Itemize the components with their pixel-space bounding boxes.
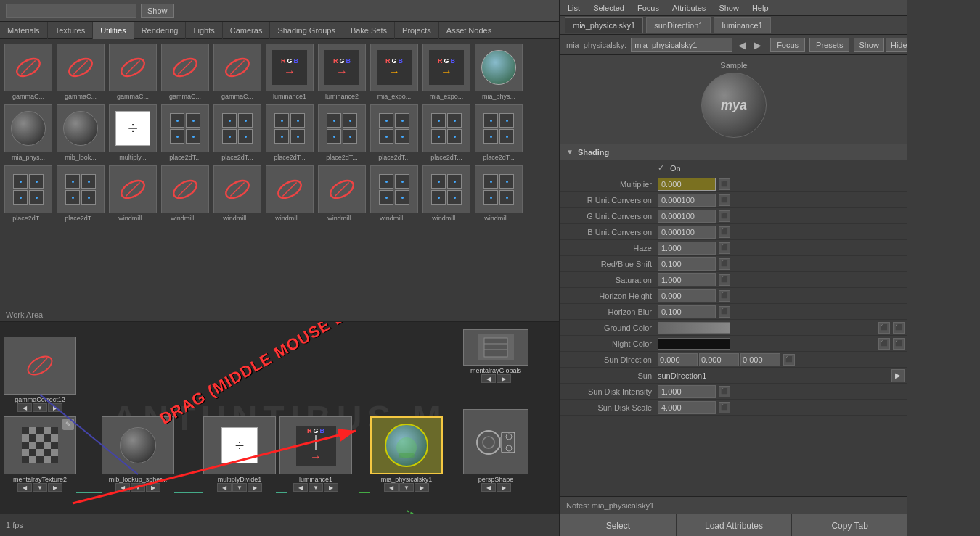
node-btn-right[interactable]: ▶: [48, 483, 62, 492]
attr-icon-g-unit[interactable]: ⬛: [719, 210, 730, 222]
node-btn-right[interactable]: ▶: [497, 483, 511, 492]
node-btn-left[interactable]: ◀: [293, 483, 308, 492]
thumbnail-item-12[interactable]: ÷multiply...: [107, 103, 158, 162]
node-gammacorrect12[interactable]: gammaCorrect12 ◀ ▼ ▶: [4, 337, 76, 412]
thumbnail-item-26[interactable]: windmill...: [317, 164, 367, 223]
node-tab-sun-direction1[interactable]: sunDirection1: [646, 17, 711, 33]
tab-shading-groups[interactable]: Shading Groups: [270, 22, 343, 39]
thumbnail-item-19[interactable]: place2dT...: [473, 103, 524, 162]
attr-input-saturation[interactable]: [658, 273, 716, 286]
attr-icon-b-unit[interactable]: ⬛: [719, 226, 730, 238]
node-btn-left[interactable]: ◀: [384, 483, 399, 492]
menu-help[interactable]: Help: [749, 4, 772, 12]
node-tab-luminance1[interactable]: luminance1: [714, 17, 770, 33]
sun-arrow-button[interactable]: ▶: [891, 369, 905, 382]
tab-textures[interactable]: Textures: [48, 22, 94, 39]
node-btn-right[interactable]: ▶: [415, 483, 429, 492]
menu-list[interactable]: List: [565, 4, 583, 12]
thumbnail-item-24[interactable]: windmill...: [212, 164, 263, 223]
node-btn-right[interactable]: ▶: [48, 403, 62, 412]
attr-icon-horizon-blur[interactable]: ⬛: [719, 306, 730, 318]
tab-projects[interactable]: Projects: [395, 22, 439, 39]
attr-input-b-unit[interactable]: [658, 226, 716, 239]
thumbnail-item-21[interactable]: place2dT...: [55, 164, 106, 223]
node-mia-physicalsky1[interactable]: mia_physicalsky1 ◀ ▼ ▶: [370, 416, 443, 492]
thumbnail-item-6[interactable]: RGB→luminance2: [317, 42, 367, 102]
tab-lights[interactable]: Lights: [186, 22, 222, 39]
attr-icon-sun-disk-scale[interactable]: ⬛: [719, 402, 730, 413]
node-btn-right[interactable]: ▶: [248, 483, 262, 492]
attr-input-horizon-blur[interactable]: [658, 305, 716, 318]
thumbnail-item-28[interactable]: windmill...: [421, 164, 472, 223]
next-node-btn[interactable]: ▶: [752, 39, 763, 51]
tab-cameras[interactable]: Cameras: [223, 22, 271, 39]
node-btn-mid[interactable]: ▼: [131, 483, 145, 492]
tab-utilities[interactable]: Utilities: [93, 22, 134, 39]
node-name-input[interactable]: [631, 38, 732, 52]
node-btn-left[interactable]: ◀: [481, 374, 496, 383]
hide-button[interactable]: Hide: [886, 38, 907, 52]
node-mentalraytexture2[interactable]: ✎ mentalrayTexture2 ◀ ▼ ▶: [4, 416, 76, 492]
thumbnail-item-3[interactable]: gammaC...: [160, 42, 211, 102]
focus-button[interactable]: Focus: [770, 38, 805, 52]
shading-section-header[interactable]: ▼ Shading: [560, 144, 907, 160]
search-input[interactable]: [6, 4, 136, 18]
thumbnail-item-13[interactable]: place2dT...: [160, 103, 211, 162]
node-luminance1[interactable]: RGB → luminance1 ◀ ▼ ▶: [279, 416, 352, 492]
attr-icon-redblue[interactable]: ⬛: [719, 258, 730, 270]
node-btn-left[interactable]: ◀: [17, 483, 32, 492]
attr-input-multiplier[interactable]: [658, 178, 716, 191]
thumbnail-item-10[interactable]: mia_phys...: [3, 103, 54, 162]
node-btn-left[interactable]: ◀: [217, 483, 232, 492]
show-button[interactable]: Show: [141, 4, 174, 18]
attr-icon-multiplier[interactable]: ⬛: [719, 178, 730, 190]
attr-icon-saturation[interactable]: ⬛: [719, 274, 730, 286]
attr-input-sun-disk-intensity[interactable]: [658, 385, 716, 398]
load-attributes-button[interactable]: Load Attributes: [677, 514, 793, 536]
copy-tab-button[interactable]: Copy Tab: [792, 514, 907, 536]
attr-icon-ground-color[interactable]: ⬛: [878, 322, 890, 334]
attr-icon-horizon-height[interactable]: ⬛: [719, 290, 730, 302]
tab-asset-nodes[interactable]: Asset Nodes: [439, 22, 499, 39]
attr-icon-ground-color2[interactable]: ⬛: [893, 322, 905, 334]
node-btn-right[interactable]: ▶: [146, 483, 160, 492]
node-btn-right[interactable]: ▶: [497, 374, 511, 383]
node-btn-mid[interactable]: ▼: [33, 403, 47, 412]
thumbnail-item-2[interactable]: gammaC...: [107, 42, 158, 102]
menu-attributes[interactable]: Attributes: [669, 4, 709, 12]
thumbnail-item-9[interactable]: mia_phys...: [473, 42, 524, 102]
tab-materials[interactable]: Materials: [0, 22, 48, 39]
attr-icon-r-unit[interactable]: ⬛: [719, 194, 730, 206]
node-btn-left[interactable]: ◀: [17, 403, 32, 412]
thumbnail-item-16[interactable]: place2dT...: [317, 103, 367, 162]
thumbnail-item-0[interactable]: gammaC...: [3, 42, 54, 102]
attr-input-horizon-height[interactable]: [658, 289, 716, 302]
node-btn-mid[interactable]: ▼: [309, 483, 323, 492]
thumbnail-item-18[interactable]: place2dT...: [421, 103, 472, 162]
node-btn-left[interactable]: ◀: [115, 483, 130, 492]
thumbnail-item-5[interactable]: RGB→luminance1: [264, 42, 315, 102]
attr-input-r-unit[interactable]: [658, 194, 716, 207]
sun-dir-y[interactable]: [699, 353, 739, 366]
thumbnail-item-22[interactable]: windmill...: [107, 164, 158, 223]
thumbnail-item-14[interactable]: place2dT...: [212, 103, 263, 162]
thumbnail-item-29[interactable]: windmill...: [473, 164, 524, 223]
ground-color-swatch[interactable]: [658, 322, 730, 334]
show-button2[interactable]: Show: [854, 38, 884, 52]
thumbnail-item-11[interactable]: mib_look...: [55, 103, 106, 162]
attr-icon-night-color[interactable]: ⬛: [878, 338, 890, 350]
attr-icon-haze[interactable]: ⬛: [719, 242, 730, 254]
tab-rendering[interactable]: Rendering: [134, 22, 187, 39]
node-tab-mia-physicalsky1[interactable]: mia_physicalsky1: [565, 17, 643, 33]
attr-icon-sun-dir[interactable]: ⬛: [783, 354, 795, 366]
node-graph[interactable]: ANTUNTIBUS M: [0, 322, 559, 514]
thumbnail-item-1[interactable]: gammaC...: [55, 42, 106, 102]
thumbnail-item-23[interactable]: windmill...: [160, 164, 211, 223]
node-btn-right[interactable]: ▶: [324, 483, 338, 492]
thumbnail-item-25[interactable]: windmill...: [264, 164, 315, 223]
thumbnail-item-7[interactable]: RGB→mia_expo...: [369, 42, 420, 102]
thumbnail-item-27[interactable]: windmill...: [369, 164, 420, 223]
sun-dir-x[interactable]: [658, 353, 698, 366]
select-button[interactable]: Select: [560, 514, 677, 536]
thumbnail-item-4[interactable]: gammaC...: [212, 42, 263, 102]
